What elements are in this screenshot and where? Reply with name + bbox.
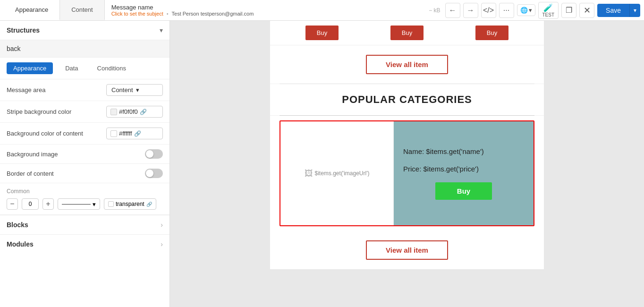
stripe-bg-input[interactable]: #f0f0f0 🔗 <box>106 106 163 118</box>
common-label: Common <box>7 188 163 195</box>
link-icon: 🔗 <box>140 109 147 115</box>
redo-button[interactable]: → <box>463 3 478 18</box>
copy-button[interactable]: ❐ <box>561 3 576 18</box>
test-button[interactable]: 🧪 TEST <box>538 2 559 19</box>
product-price: Price: $items.get('price') <box>403 165 524 173</box>
tab-appearance[interactable]: Appearance <box>4 0 60 20</box>
plus-icon: + <box>46 200 50 208</box>
image-broken-icon: 🖼 <box>305 169 313 179</box>
copy-icon: ❐ <box>566 6 572 15</box>
select-arrow-icon: ▾ <box>136 86 139 94</box>
buy-button-2[interactable]: Buy <box>390 26 424 40</box>
tab-appearance[interactable]: Appearance <box>7 62 53 74</box>
toggle-knob-2 <box>146 170 153 177</box>
modules-chevron-icon: › <box>161 240 163 248</box>
message-subject[interactable]: Click to set the subject • Test Person t… <box>111 11 426 17</box>
tab-content[interactable]: Content <box>60 0 105 20</box>
border-content-toggle[interactable] <box>145 169 163 178</box>
border-content-field: Border of content <box>0 164 169 183</box>
tab-conditions[interactable]: Conditions <box>91 62 133 74</box>
common-controls: − 0 + ▾ transparent 🔗 <box>7 198 163 210</box>
save-button-group: Save ▾ <box>597 4 640 17</box>
bg-content-swatch <box>110 130 117 137</box>
language-button[interactable]: 🌐 ▾ <box>517 4 535 16</box>
stripe-bg-label: Stripe background color <box>7 108 71 115</box>
kb-indicator: − kB <box>429 7 440 14</box>
chevron-down-icon: ▾ <box>529 7 532 14</box>
toolbar-meta: Message name Click to set the subject • … <box>108 4 426 17</box>
product-info-column: Name: $items.get('name') Price: $items.g… <box>394 121 534 225</box>
structures-title: Structures <box>7 26 40 34</box>
message-area-field: Message area Content ▾ <box>0 79 169 101</box>
save-button[interactable]: Save <box>597 4 629 17</box>
undo-button[interactable]: ← <box>445 3 460 18</box>
stepper-value: 0 <box>22 198 39 210</box>
buy-buttons-row: Buy Buy Buy <box>270 21 544 45</box>
buy-button-3[interactable]: Buy <box>475 26 508 40</box>
globe-icon: 🌐 <box>520 7 528 14</box>
message-name: Message name <box>111 4 426 11</box>
view-all-top-button[interactable]: View all item <box>366 55 448 74</box>
message-area-select[interactable]: Content ▾ <box>106 84 163 96</box>
toolbar: Appearance Content Message name Click to… <box>0 0 644 21</box>
structures-chevron-icon[interactable]: ▾ <box>160 26 163 34</box>
product-image-placeholder: 🖼 $items.get('imageUrl') <box>305 169 370 179</box>
bg-image-toggle[interactable] <box>145 149 163 159</box>
bg-content-label: Background color of content <box>7 130 83 137</box>
color-link-icon: 🔗 <box>146 202 152 207</box>
bg-content-field: Background color of content #ffffff 🔗 <box>0 123 169 145</box>
structures-header: Structures ▾ <box>0 21 169 40</box>
stripe-color-swatch <box>110 109 117 115</box>
line-select[interactable]: ▾ <box>58 198 100 210</box>
link-icon-2: 🔗 <box>134 130 141 137</box>
back-arrow-icon: back <box>7 45 21 52</box>
view-all-top-container: View all item <box>270 45 544 84</box>
more-icon: ··· <box>503 6 509 15</box>
bg-content-input[interactable]: #ffffff 🔗 <box>106 128 163 139</box>
save-caret-button[interactable]: ▾ <box>629 4 640 17</box>
message-area-label: Message area <box>7 86 45 94</box>
code-icon: </> <box>483 6 494 15</box>
color-select[interactable]: transparent 🔗 <box>104 198 156 210</box>
popular-categories-title: POPULAR CATEGORIES <box>270 84 544 115</box>
buy-button-1[interactable]: Buy <box>305 26 339 40</box>
more-button[interactable]: ··· <box>499 3 514 18</box>
toggle-knob <box>146 150 153 158</box>
minus-icon: − <box>10 200 14 208</box>
code-button[interactable]: </> <box>481 3 496 18</box>
product-name: Name: $items.get('name') <box>403 147 524 155</box>
close-icon: ✕ <box>584 5 591 16</box>
view-all-bottom-container: View all item <box>270 231 544 269</box>
bg-image-label: Background image <box>7 151 58 158</box>
view-all-bottom-button[interactable]: View all item <box>366 240 448 260</box>
product-image-url: $items.get('imageUrl') <box>315 170 370 177</box>
undo-icon: ← <box>449 6 457 15</box>
modules-title: Modules <box>7 240 34 248</box>
main-layout: Structures ▾ back Appearance Data Condit… <box>0 21 644 307</box>
stripe-bg-field: Stripe background color #f0f0f0 🔗 <box>0 101 169 123</box>
common-section: Common − 0 + ▾ transparent 🔗 <box>0 183 169 215</box>
blocks-title: Blocks <box>7 221 28 229</box>
tab-data[interactable]: Data <box>59 62 85 74</box>
redo-icon: → <box>467 6 475 15</box>
back-button[interactable]: back <box>0 40 169 58</box>
flask-icon: 🧪 <box>543 3 553 12</box>
line-preview <box>62 204 91 205</box>
caret-icon: ▾ <box>634 7 636 14</box>
product-buy-button[interactable]: Buy <box>435 182 492 200</box>
panel-tabs: Appearance Data Conditions <box>0 58 169 79</box>
canvas: Buy Buy Buy View all item POPULAR CATEGO… <box>270 21 544 269</box>
modules-section[interactable]: Modules › <box>0 234 169 254</box>
stepper-plus-button[interactable]: + <box>42 198 54 210</box>
product-area: 🖼 $items.get('imageUrl') Name: $items.ge… <box>270 116 544 231</box>
close-button[interactable]: ✕ <box>579 3 594 18</box>
border-content-label: Border of content <box>7 170 54 177</box>
toolbar-tabs: Appearance Content <box>4 0 105 20</box>
product-card: 🖼 $items.get('imageUrl') Name: $items.ge… <box>280 120 534 226</box>
right-panel: Buy Buy Buy View all item POPULAR CATEGO… <box>170 21 644 307</box>
blocks-section[interactable]: Blocks › <box>0 215 169 234</box>
left-panel: Structures ▾ back Appearance Data Condit… <box>0 21 170 307</box>
transparent-swatch <box>108 201 114 207</box>
stepper-minus-button[interactable]: − <box>7 198 18 210</box>
blocks-chevron-icon: › <box>161 221 163 229</box>
